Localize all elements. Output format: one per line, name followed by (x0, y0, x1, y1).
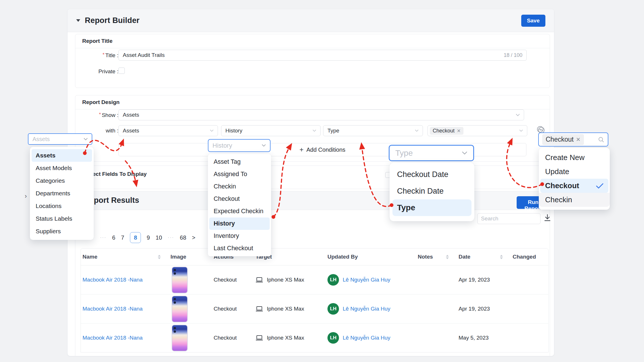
report-results-band: Report Results (75, 191, 550, 210)
sort-icon[interactable] (446, 255, 449, 259)
with-select-field[interactable]: History (221, 125, 321, 136)
column-header-name[interactable]: Name (81, 254, 169, 260)
with-select-subfield-value: Type (327, 128, 339, 134)
title-input[interactable]: Asset Audit Trails 18 / 100 (118, 50, 527, 61)
sidebar-expand-chevron-icon[interactable]: › (25, 192, 27, 200)
column-header-notes[interactable]: Notes (416, 254, 457, 260)
assets-dropdown-input[interactable]: Assets (28, 133, 92, 145)
chevron-down-icon (262, 144, 266, 147)
pagination-page-10[interactable]: 10 (156, 234, 162, 241)
chevron-down-icon (313, 130, 316, 132)
target-cell: Iphone XS Max (267, 335, 304, 341)
chevron-down-icon (462, 151, 467, 155)
chevron-down-icon (519, 130, 523, 132)
private-label: Private : (75, 68, 118, 75)
title-label: *Title : (75, 52, 118, 59)
assets-placeholder: Assets (32, 136, 50, 143)
type-dropdown-panel: Checkout Date Checkin Date Type (390, 163, 474, 221)
option-assigned-to[interactable]: Assigned To (208, 168, 271, 180)
option-asset-tag[interactable]: Asset Tag (208, 156, 271, 168)
date-cell: May 5, 2023 (459, 335, 489, 341)
pagination-ellipsis[interactable]: ··· (168, 235, 174, 240)
pagination-page-7[interactable]: 7 (121, 234, 124, 241)
with-select-values[interactable]: Checkout ✕ (428, 125, 527, 136)
laptop-icon (256, 335, 263, 341)
show-label: *Show : (75, 112, 118, 118)
report-results-card: Report Results Run Report Search ··· 6 7… (75, 191, 550, 356)
sort-icon[interactable] (158, 255, 161, 259)
option-type[interactable]: Type (392, 199, 471, 216)
report-builder-window: Report Builder Save Report Title *Title … (67, 9, 554, 356)
pagination-next-button[interactable]: > (192, 234, 195, 241)
with-select-subfield[interactable]: Type (323, 125, 423, 136)
checkout-dropdown-input[interactable]: Checkout ✕ (538, 132, 608, 147)
option-checkout[interactable]: Checkout (208, 193, 271, 205)
history-dropdown-panel: Asset Tag Assigned To Checkin Checkout E… (208, 154, 271, 256)
show-select[interactable]: Assets (118, 109, 524, 120)
option-history[interactable]: History (209, 217, 270, 230)
with-label: with : (75, 128, 118, 134)
option-checkin[interactable]: Checkin (539, 193, 610, 207)
title-value: Asset Audit Trails (123, 52, 165, 58)
pagination-page-9[interactable]: 9 (147, 234, 150, 241)
action-cell: Checkout (214, 277, 237, 283)
table-row: Macbook Air 2018 -Nana Checkout Iphone X… (81, 294, 548, 324)
search-input[interactable]: Search (477, 213, 540, 224)
close-icon[interactable]: ✕ (576, 136, 580, 143)
with-select-category[interactable]: Assets (118, 125, 218, 136)
asset-name-link[interactable]: Macbook Air 2018 -Nana (83, 306, 143, 312)
private-checkbox[interactable] (118, 68, 125, 74)
option-checkout-date[interactable]: Checkout Date (390, 166, 474, 183)
option-expected-checkin[interactable]: Expected Checkin (208, 205, 271, 217)
collapse-caret-icon[interactable] (76, 19, 80, 22)
table-header-row: Name Image Actions Target Updated By Not… (81, 249, 548, 265)
option-asset-models[interactable]: Asset Models (30, 162, 94, 174)
option-status-labels[interactable]: Status Labels (30, 212, 94, 225)
option-assets[interactable]: Assets (32, 149, 92, 162)
check-icon (596, 183, 603, 189)
pagination-page-68[interactable]: 68 (180, 234, 186, 241)
date-cell: Apr 19, 2023 (459, 277, 490, 283)
asset-name-link[interactable]: Macbook Air 2018 -Nana (83, 335, 143, 341)
close-icon[interactable]: ✕ (457, 128, 461, 134)
save-button[interactable]: Save (521, 15, 545, 27)
table-row: Macbook Air 2018 -Nana Checkout Iphone X… (81, 324, 548, 352)
history-dropdown-input[interactable]: History (208, 139, 271, 152)
option-inventory[interactable]: Inventory (208, 230, 271, 242)
pagination-page-6[interactable]: 6 (112, 234, 115, 241)
target-cell: Iphone XS Max (267, 277, 304, 283)
option-last-checkout[interactable]: Last Checkout (208, 242, 271, 255)
avatar: LH (327, 303, 339, 315)
option-update[interactable]: Update (539, 165, 610, 179)
option-suppliers[interactable]: Suppliers (30, 225, 94, 238)
option-checkin-date[interactable]: Checkin Date (390, 183, 474, 199)
report-title-heading: Report Title (75, 34, 550, 48)
download-icon[interactable] (543, 214, 551, 222)
option-categories[interactable]: Categories (30, 174, 94, 187)
asset-photo[interactable] (172, 267, 188, 293)
option-departments[interactable]: Departments (30, 187, 94, 200)
report-design-card: Report Design *Show : Assets with : Asse… (75, 95, 550, 162)
pagination-page-8-active[interactable]: 8 (130, 232, 141, 243)
option-create-new[interactable]: Create New (539, 151, 610, 165)
option-checkout[interactable]: Checkout (540, 179, 608, 193)
remove-row-icon[interactable] (537, 126, 543, 132)
asset-photo[interactable] (172, 325, 188, 351)
required-asterisk: * (103, 52, 105, 57)
sort-icon[interactable] (500, 255, 503, 259)
option-locations[interactable]: Locations (30, 200, 94, 212)
updated-by-link[interactable]: Lê Nguyễn Gia Huy (343, 277, 390, 283)
type-dropdown-input[interactable]: Type (389, 145, 474, 161)
tag-label: Checkout (546, 136, 574, 143)
asset-name-link[interactable]: Macbook Air 2018 -Nana (83, 277, 143, 283)
results-table: Name Image Actions Target Updated By Not… (80, 248, 549, 353)
asset-photo[interactable] (172, 296, 188, 322)
column-header-date[interactable]: Date (457, 254, 511, 260)
updated-by-link[interactable]: Lê Nguyễn Gia Huy (343, 335, 390, 341)
pagination-ellipsis[interactable]: ··· (100, 235, 106, 240)
option-checkin[interactable]: Checkin (208, 180, 271, 193)
with-select-field-value: History (225, 128, 242, 134)
chevron-down-icon (210, 130, 214, 132)
updated-by-link[interactable]: Lê Nguyễn Gia Huy (343, 306, 390, 312)
chevron-down-icon (84, 138, 88, 140)
